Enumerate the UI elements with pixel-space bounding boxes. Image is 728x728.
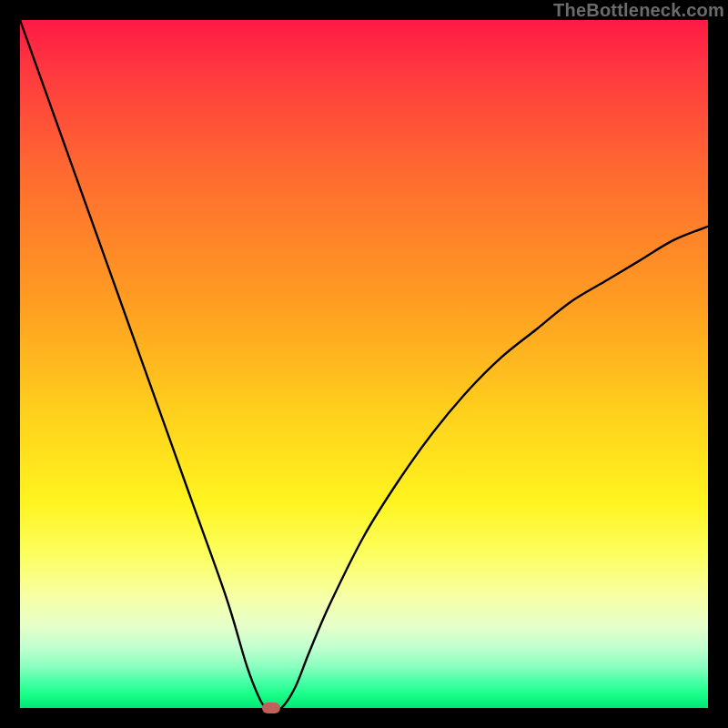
plot-area [20,20,708,708]
bottleneck-curve [20,20,708,708]
curve-path [20,20,708,708]
watermark-text: TheBottleneck.com [553,0,724,21]
optimal-point-marker [262,703,280,713]
outer-frame: TheBottleneck.com [0,0,728,728]
